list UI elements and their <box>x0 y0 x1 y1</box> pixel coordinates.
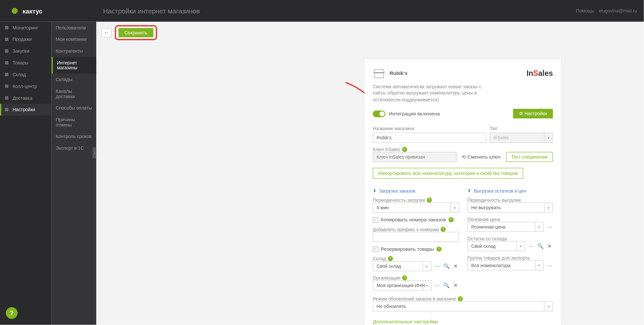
nav1-item[interactable]: Настройки <box>0 104 51 115</box>
group-select[interactable]: Вся номенклатура▾ <box>467 260 544 270</box>
upload-icon: ⬆ <box>467 188 471 194</box>
app-logo: кактус <box>0 6 43 15</box>
load-orders-link[interactable]: ⬇Загрузка заказов <box>373 188 459 194</box>
help-icon[interactable]: ? <box>441 227 446 232</box>
key-input <box>373 152 456 162</box>
store-name-header: Rubik's <box>389 70 407 76</box>
help-bubble-button[interactable]: ? <box>6 307 18 319</box>
reserve-checkbox[interactable]: ✓ <box>373 247 378 252</box>
change-key-link[interactable]: ⟲ Сменить ключ <box>462 154 501 160</box>
nav2-item[interactable]: Склады <box>51 74 96 85</box>
store-icon <box>373 68 385 78</box>
insales-logo: InSales <box>527 69 553 78</box>
clear-icon[interactable]: ✕ <box>452 263 459 269</box>
download-icon: ⬇ <box>373 188 377 194</box>
nav2-item[interactable]: Каналы доставки <box>51 85 96 102</box>
key-label: Ключ inSales <box>373 147 400 152</box>
svg-rect-11 <box>5 49 8 53</box>
warehouse-select[interactable]: Свой склад▾ <box>373 261 431 271</box>
svg-rect-16 <box>5 108 8 111</box>
integration-toggle[interactable] <box>373 111 385 117</box>
more-icon[interactable]: ⋯ <box>434 263 440 269</box>
unload-link[interactable]: ⬆Выгрузка остатков и цен <box>467 188 553 194</box>
type-label: Тип <box>490 126 553 131</box>
help-icon[interactable]: ? <box>427 197 432 202</box>
help-icon[interactable]: ? <box>448 217 453 222</box>
svg-rect-14 <box>5 85 8 88</box>
load-period-select[interactable]: 5 мин▾ <box>373 203 459 213</box>
help-icon[interactable]: ? <box>458 296 463 301</box>
svg-rect-15 <box>5 96 8 99</box>
svg-rect-9 <box>5 26 8 29</box>
nav2-item[interactable]: Причины отмены <box>51 114 96 130</box>
type-select[interactable]: InSales▾ <box>490 133 553 143</box>
nav1-item[interactable]: Склад <box>0 69 51 80</box>
more-icon[interactable]: ⋯ <box>528 243 534 249</box>
nav2-item[interactable]: Способы оплаты <box>51 102 96 114</box>
save-button[interactable]: Сохранить <box>118 28 153 37</box>
app-name: кактус <box>23 7 43 14</box>
primary-sidebar: МониторингПродажиЗакупкиТоварыСкладКолл-… <box>0 22 51 325</box>
price-select[interactable]: Розничная цена▾ <box>467 222 544 232</box>
nav2-item[interactable]: Экспорт в 1С <box>51 142 96 154</box>
import-all-button[interactable]: Импортировать всю номенклатуру, категори… <box>373 168 523 179</box>
organization-select[interactable]: Моя организация ИНН: КПП: ОГ▾ <box>373 281 431 291</box>
svg-rect-10 <box>5 38 8 41</box>
stock-select[interactable]: Свой склад▾ <box>467 241 525 251</box>
additional-settings-header: Дополнительные настройки <box>373 319 553 325</box>
save-highlight: Сохранить <box>115 25 157 40</box>
store-name-input[interactable] <box>373 133 486 143</box>
clear-icon[interactable]: ✕ <box>546 243 553 249</box>
clear-icon[interactable]: ✕ <box>452 282 459 288</box>
test-connection-button[interactable]: Тест соединения <box>506 152 553 162</box>
prefix-input[interactable] <box>373 232 459 242</box>
nav1-item[interactable]: Мониторинг <box>0 22 51 34</box>
search-icon[interactable]: 🔍 <box>443 282 450 288</box>
nav2-item[interactable]: Пользователи <box>51 22 96 34</box>
svg-rect-13 <box>5 73 8 76</box>
more-icon[interactable]: ⋯ <box>546 224 553 230</box>
nav1-item[interactable]: Закупки <box>0 45 51 57</box>
more-icon[interactable]: ⋯ <box>546 263 553 268</box>
nav1-item[interactable]: Колл-центр <box>0 80 51 92</box>
cactus-icon <box>10 6 19 15</box>
page-title: Настройки интернет магазинов <box>103 8 200 15</box>
help-link[interactable]: Помощь <box>576 9 594 13</box>
search-icon[interactable]: 🔍 <box>537 243 544 249</box>
store-name-label: Название магазина <box>373 126 486 131</box>
help-icon[interactable]: ? <box>388 256 393 261</box>
integration-description: Система автоматически загружает новые за… <box>373 84 482 103</box>
help-icon[interactable]: ? <box>402 275 407 280</box>
nav1-item[interactable]: Продажи <box>0 33 51 45</box>
store-settings-card: Rubik's InSales Система автоматически за… <box>365 60 562 325</box>
search-icon[interactable]: 🔍 <box>443 263 450 269</box>
update-mode-select[interactable]: Не обновлять▾ <box>373 301 553 312</box>
back-button[interactable]: ← <box>101 28 112 37</box>
svg-rect-12 <box>5 61 8 64</box>
help-icon[interactable]: ? <box>437 247 441 251</box>
nav2-item[interactable]: Мои компании <box>51 33 96 45</box>
nav2-item[interactable]: Интернет магазины <box>51 57 96 74</box>
nav2-item[interactable]: Контроль сроков <box>51 130 96 142</box>
settings-button[interactable]: ⚙ Настройки <box>513 109 553 118</box>
svg-rect-17 <box>374 73 384 78</box>
nav1-item[interactable]: Товары <box>0 57 51 69</box>
copy-numbers-checkbox[interactable]: ✓ <box>373 217 378 223</box>
toggle-label: Интеграция включена <box>389 111 440 117</box>
nav2-item[interactable]: Контрагенты <box>51 45 96 57</box>
more-icon[interactable]: ⋯ <box>434 282 440 288</box>
unload-period-select[interactable]: Не выгружать▾ <box>467 203 553 213</box>
nav1-item[interactable]: Доставка <box>0 92 51 104</box>
user-link[interactable]: elugovina@mail.ru <box>599 9 637 13</box>
secondary-sidebar: ПользователиМои компанииКонтрагентыИнтер… <box>51 22 96 325</box>
help-icon[interactable]: ? <box>402 147 407 152</box>
